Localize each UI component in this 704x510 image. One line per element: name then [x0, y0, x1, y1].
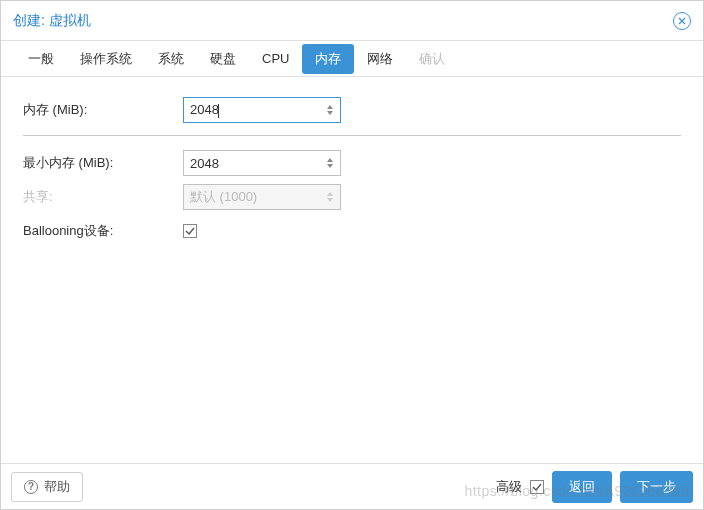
back-button[interactable]: 返回: [552, 471, 612, 503]
spinner-up-icon[interactable]: [327, 158, 333, 162]
help-icon: ?: [24, 480, 38, 494]
memory-label: 内存 (MiB):: [23, 101, 183, 119]
check-icon: [185, 226, 195, 236]
spinner-down-icon[interactable]: [327, 164, 333, 168]
help-label: 帮助: [44, 478, 70, 496]
titlebar: 创建: 虚拟机: [1, 1, 703, 41]
footer-right-group: 高级 返回 下一步: [496, 471, 693, 503]
memory-input[interactable]: 2048: [183, 97, 341, 123]
ballooning-label: Ballooning设备:: [23, 222, 183, 240]
memory-spinner-arrows: [324, 98, 340, 122]
shares-label: 共享:: [23, 188, 183, 206]
spinner-down-icon[interactable]: [327, 111, 333, 115]
min-memory-value-text: 2048: [184, 156, 324, 171]
next-button[interactable]: 下一步: [620, 471, 693, 503]
ballooning-checkbox[interactable]: [183, 224, 197, 238]
wizard-tabs: 一般 操作系统 系统 硬盘 CPU 内存 网络 确认: [1, 41, 703, 77]
text-cursor: [218, 104, 219, 118]
tab-general[interactable]: 一般: [15, 44, 67, 74]
create-vm-dialog: 创建: 虚拟机 一般 操作系统 系统 硬盘 CPU 内存 网络 确认 内存 (M…: [0, 0, 704, 510]
divider: [23, 135, 681, 136]
memory-panel: 内存 (MiB): 2048 最小内存 (MiB): 2048 共享:: [1, 77, 703, 463]
tab-memory[interactable]: 内存: [302, 44, 354, 74]
min-memory-input[interactable]: 2048: [183, 150, 341, 176]
min-memory-spinner-arrows: [324, 151, 340, 175]
close-button[interactable]: [673, 12, 691, 30]
dialog-footer: ? 帮助 高级 返回 下一步 https://blog.csdn.net/A92…: [1, 463, 703, 509]
tab-system[interactable]: 系统: [145, 44, 197, 74]
memory-row: 内存 (MiB): 2048: [23, 95, 681, 125]
ballooning-row: Ballooning设备:: [23, 216, 681, 246]
advanced-checkbox[interactable]: [530, 480, 544, 494]
advanced-label: 高级: [496, 478, 522, 496]
tab-network[interactable]: 网络: [354, 44, 406, 74]
min-memory-label: 最小内存 (MiB):: [23, 154, 183, 172]
close-icon: [678, 17, 686, 25]
shares-spinner-arrows: [324, 185, 340, 209]
tab-cpu[interactable]: CPU: [249, 45, 302, 72]
spinner-up-icon[interactable]: [327, 105, 333, 109]
tab-disk[interactable]: 硬盘: [197, 44, 249, 74]
help-button[interactable]: ? 帮助: [11, 472, 83, 502]
tab-os[interactable]: 操作系统: [67, 44, 145, 74]
dialog-title: 创建: 虚拟机: [13, 12, 91, 30]
spinner-up-icon: [327, 192, 333, 196]
memory-value-text: 2048: [190, 102, 219, 117]
shares-placeholder-text: 默认 (1000): [184, 188, 324, 206]
tab-confirm: 确认: [406, 44, 458, 74]
check-icon: [532, 482, 542, 492]
shares-input: 默认 (1000): [183, 184, 341, 210]
min-memory-row: 最小内存 (MiB): 2048: [23, 148, 681, 178]
spinner-down-icon: [327, 198, 333, 202]
shares-row: 共享: 默认 (1000): [23, 182, 681, 212]
